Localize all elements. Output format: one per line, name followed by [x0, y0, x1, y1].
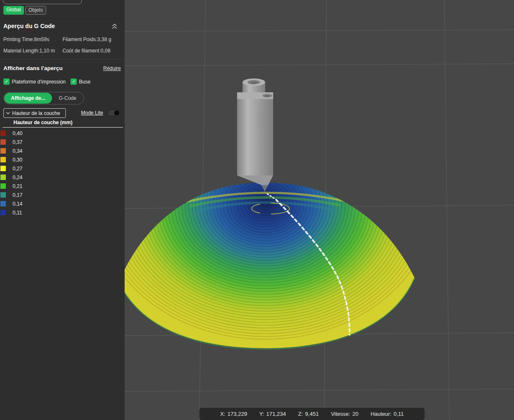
- printed-dome: [125, 69, 432, 349]
- legend-item: 0,11: [0, 208, 22, 217]
- reduce-link[interactable]: Réduire: [103, 65, 121, 71]
- platform-checkbox-label: Plateforme d'impression: [12, 79, 65, 85]
- lite-mode-toggle[interactable]: [107, 110, 120, 116]
- legend-color-swatch: [0, 210, 6, 215]
- viewport-statusbar: X:173,229Y:171,234Z:9,451Vitesse:20Haute…: [199, 408, 425, 420]
- chevron-down-icon: [6, 112, 10, 115]
- legend-item: 0,40: [0, 129, 22, 138]
- legend-color-swatch: [0, 157, 6, 162]
- legend-item: 0,37: [0, 138, 22, 146]
- collapse-chevrons-icon[interactable]: [112, 23, 117, 29]
- viewport-scene: [125, 0, 514, 420]
- nozzle-model: [237, 78, 273, 192]
- divider: [0, 59, 125, 60]
- legend-value: 0,30: [13, 157, 22, 163]
- color-scheme-select[interactable]: Hauteur de la couche: [3, 108, 66, 118]
- legend-item: 0,34: [0, 146, 22, 155]
- legend-item: 0,14: [0, 199, 22, 208]
- cutoff-input-box[interactable]: [3, 0, 82, 4]
- tab-global[interactable]: Global: [3, 6, 24, 15]
- legend-color-swatch: [0, 175, 6, 180]
- legend-value: 0,14: [13, 201, 22, 207]
- legend-color-swatch: [0, 148, 6, 154]
- legend-color-swatch: [0, 130, 6, 136]
- statusbar-item: Hauteur:0,11: [370, 411, 404, 417]
- statusbar-item: Y:171,234: [259, 411, 286, 417]
- legend-color-swatch: [0, 139, 6, 145]
- stat-filament-cost: Coût de filament:0,08: [63, 48, 123, 54]
- legend-color-swatch: [0, 166, 6, 171]
- legend-item: 0,30: [0, 155, 22, 164]
- stat-material-length: Material Length:1,10 m: [3, 48, 63, 54]
- mode-lite-link[interactable]: Mode Lite: [81, 110, 103, 116]
- legend-item: 0,21: [0, 182, 22, 190]
- preview-checkboxes: ✓ Plateforme d'impression ✓ Buse: [3, 78, 91, 85]
- layer-height-legend: 0,400,370,340,300,270,240,210,170,140,11: [0, 129, 22, 217]
- statusbar-item: X:173,229: [220, 411, 247, 417]
- view-mode-segmented-control: Affichage de... G-Code: [3, 92, 84, 104]
- gcode-panel-title: Aperçu du G Code: [3, 23, 55, 29]
- legend-item: 0,24: [0, 173, 22, 182]
- legend-value: 0,34: [13, 148, 22, 154]
- stat-filament-weight: Filament Poids:3,38 g: [63, 37, 123, 42]
- check-icon: ✓: [5, 79, 8, 84]
- statusbar-item: Z:9,451: [298, 411, 319, 417]
- legend-value: 0,40: [13, 130, 22, 136]
- divider: [0, 18, 125, 19]
- legend-value: 0,11: [13, 210, 22, 216]
- gcode-preview-canvas[interactable]: [125, 0, 514, 420]
- checkbox-group-platform: ✓ Plateforme d'impression: [3, 78, 65, 85]
- toggle-knob: [114, 110, 119, 115]
- legend-value: 0,17: [13, 192, 22, 198]
- color-scheme-value: Hauteur de la couche: [12, 110, 60, 116]
- legend-item: 0,17: [0, 190, 22, 199]
- legend-item: 0,27: [0, 164, 22, 173]
- legend-color-swatch: [0, 183, 6, 189]
- nozzle-checkbox-label: Buse: [79, 79, 90, 85]
- platform-checkbox[interactable]: ✓: [3, 78, 10, 85]
- nozzle-checkbox[interactable]: ✓: [70, 78, 77, 85]
- view-tab-gcode[interactable]: G-Code: [52, 93, 83, 104]
- legend-value: 0,24: [13, 175, 22, 180]
- legend-color-swatch: [0, 192, 6, 198]
- legend-divider: [3, 127, 123, 128]
- legend-title: Hauteur de couche (mm): [13, 120, 73, 125]
- sidebar: Global Objets Aperçu du G Code Printing …: [0, 0, 125, 420]
- scope-tabs: Global Objets: [3, 6, 46, 15]
- view-tab-display[interactable]: Affichage de...: [4, 93, 52, 104]
- preview-section-title: Afficher dans l'aperçu: [3, 65, 63, 71]
- legend-value: 0,27: [13, 166, 22, 172]
- gcode-stats: Printing Time:8m59s Filament Poids:3,38 …: [3, 37, 123, 54]
- stat-printing-time: Printing Time:8m59s: [3, 37, 63, 42]
- legend-value: 0,21: [13, 183, 22, 189]
- tab-objets[interactable]: Objets: [25, 6, 47, 15]
- checkbox-group-nozzle: ✓ Buse: [70, 78, 90, 85]
- check-icon: ✓: [72, 79, 76, 84]
- legend-value: 0,37: [13, 139, 22, 145]
- statusbar-item: Vitesse:20: [331, 411, 358, 417]
- legend-color-swatch: [0, 201, 6, 206]
